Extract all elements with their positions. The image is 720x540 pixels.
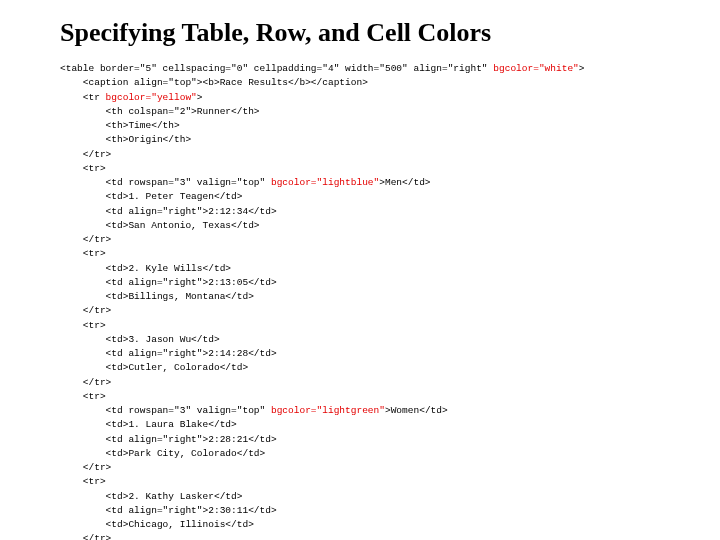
code-line: <table border="5" cellspacing="0" cellpa… — [60, 63, 493, 74]
code-line: <td align="right">2:30:11</td> — [60, 505, 277, 516]
code-line: <td>San Antonio, Texas</td> — [60, 220, 260, 231]
code-line: <td align="right">2:14:28</td> — [60, 348, 277, 359]
code-line: <td>Cutler, Colorado</td> — [60, 362, 248, 373]
code-line: <tr — [60, 92, 106, 103]
code-line: <td align="right">2:28:21</td> — [60, 434, 277, 445]
code-line: <td>Billings, Montana</td> — [60, 291, 254, 302]
code-highlight: bgcolor="yellow" — [106, 92, 197, 103]
code-line: <td>1. Laura Blake</td> — [60, 419, 237, 430]
code-highlight: bgcolor="white" — [493, 63, 579, 74]
code-line: <th colspan="2">Runner</th> — [60, 106, 260, 117]
code-block: <table border="5" cellspacing="0" cellpa… — [60, 62, 680, 540]
code-line: </tr> — [60, 149, 111, 160]
code-line: <td>2. Kyle Wills</td> — [60, 263, 231, 274]
code-highlight: bgcolor="lightblue" — [271, 177, 379, 188]
code-line: <td>3. Jason Wu</td> — [60, 334, 220, 345]
code-line: <td>2. Kathy Lasker</td> — [60, 491, 242, 502]
code-line: <th>Origin</th> — [60, 134, 191, 145]
code-line: <td>1. Peter Teagen</td> — [60, 191, 242, 202]
code-line: <tr> — [60, 391, 106, 402]
code-line: </tr> — [60, 234, 111, 245]
code-highlight: bgcolor="lightgreen" — [271, 405, 385, 416]
slide: Specifying Table, Row, and Cell Colors <… — [0, 0, 720, 540]
code-line: </tr> — [60, 462, 111, 473]
code-line: <td rowspan="3" valign="top" — [60, 177, 271, 188]
code-line: <th>Time</th> — [60, 120, 180, 131]
code-line: <tr> — [60, 320, 106, 331]
code-line: <td>Chicago, Illinois</td> — [60, 519, 254, 530]
code-line: <td align="right">2:12:34</td> — [60, 206, 277, 217]
code-line: >Women</td> — [385, 405, 448, 416]
code-line: <tr> — [60, 248, 106, 259]
code-line: >Men</td> — [379, 177, 430, 188]
code-line: </tr> — [60, 305, 111, 316]
code-line: <tr> — [60, 163, 106, 174]
code-line: <td align="right">2:13:05</td> — [60, 277, 277, 288]
code-line: <td>Park City, Colorado</td> — [60, 448, 265, 459]
code-line: <tr> — [60, 476, 106, 487]
code-line: <td rowspan="3" valign="top" — [60, 405, 271, 416]
code-line: </tr> — [60, 377, 111, 388]
code-line: > — [197, 92, 203, 103]
slide-title: Specifying Table, Row, and Cell Colors — [60, 18, 680, 48]
code-line: > — [579, 63, 585, 74]
code-line: <caption align="top"><b>Race Results</b>… — [60, 77, 368, 88]
code-line: </tr> — [60, 533, 111, 540]
